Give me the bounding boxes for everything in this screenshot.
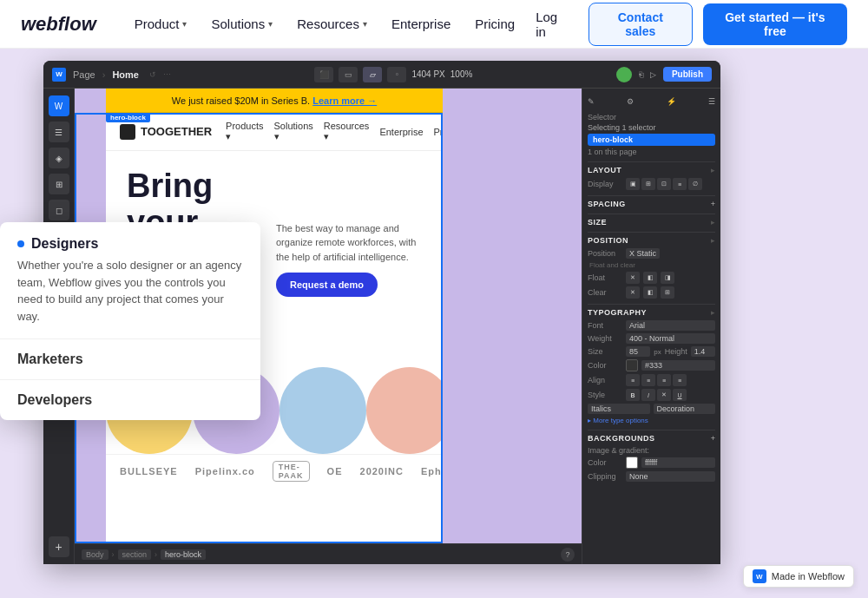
site-nav-enterprise[interactable]: Enterprise [379, 127, 423, 137]
tablet-icon[interactable]: ▭ [339, 67, 358, 82]
breadcrumb-hero[interactable]: hero-block [161, 549, 206, 560]
bg-color-swatch[interactable] [626, 457, 638, 469]
announcement-link[interactable]: Learn more → [312, 95, 377, 106]
contact-sales-button[interactable]: Contact sales [589, 3, 693, 46]
rs-clear-row: Clear ✕ ◧ ⊞ [588, 286, 715, 299]
nav-item-enterprise[interactable]: Enterprise [381, 11, 461, 36]
rs-color-value[interactable]: #333 [641, 360, 715, 371]
spacing-expand-icon[interactable]: + [711, 200, 715, 208]
grid-icon[interactable]: ⊡ [657, 178, 671, 190]
chevron-down-icon: ▾ [268, 19, 273, 29]
nav-logo[interactable]: webflow [21, 13, 96, 36]
publish-button[interactable]: Publish [663, 67, 712, 82]
rs-bgcolor-value[interactable]: ffffff [641, 457, 715, 468]
dots-icon[interactable]: ⋯ [163, 70, 171, 79]
login-button[interactable]: Log in [525, 4, 578, 44]
popup-developers-item[interactable]: Developers [0, 379, 260, 420]
rs-bgcolor-row: Color ffffff [588, 457, 715, 469]
cms-icon[interactable]: ⊞ [49, 174, 69, 194]
site-nav-resources[interactable]: Resources ▾ [324, 121, 370, 142]
size-expand-icon[interactable]: ▸ [711, 218, 715, 227]
font-color-swatch[interactable] [626, 359, 638, 371]
site-nav-pricing[interactable]: Pricing [434, 127, 443, 137]
refresh-icon[interactable]: ↺ [149, 70, 156, 79]
rs-extra-icon[interactable]: ☰ [708, 97, 715, 106]
site-nav-products[interactable]: Products ▾ [226, 121, 263, 142]
position-expand-icon[interactable]: ▸ [711, 236, 715, 245]
brand-pipelinx: Pipelinx.co [195, 466, 255, 476]
rs-height-value[interactable]: 1.4 [691, 346, 715, 357]
help-icon[interactable]: ? [561, 548, 575, 562]
rs-decoration-type[interactable]: Decoration [654, 404, 716, 414]
rs-font-value[interactable]: Arial [626, 320, 715, 331]
rs-selector-value[interactable]: hero-block [588, 134, 715, 146]
rs-position-value[interactable]: X Static [626, 248, 660, 259]
none-icon[interactable]: ∅ [688, 178, 702, 190]
flex-icon[interactable]: ⊞ [641, 178, 655, 190]
nav-item-pricing[interactable]: Pricing [464, 11, 525, 36]
editor-topbar: W Page › Home ↺ ⋯ ⬛ ▭ ▱ ▫ [43, 61, 720, 89]
popup-marketers-title: Marketers [17, 352, 243, 367]
popup-designers-item[interactable]: Designers Whether you're a solo designer… [0, 222, 260, 338]
backgrounds-add-icon[interactable]: + [711, 434, 715, 443]
announcement-text: We just raised $20M in Series B. [172, 95, 310, 106]
hero-cta-button[interactable]: Request a demo [276, 273, 378, 297]
rs-count-label: 1 on this page [588, 148, 715, 156]
nav-item-product[interactable]: Product ▾ [124, 11, 198, 36]
float-x-btn[interactable]: ✕ [626, 272, 640, 284]
pages-icon[interactable]: W [49, 95, 69, 116]
mobile-small-icon[interactable]: ▫ [387, 67, 406, 82]
rs-more-icon[interactable]: ⚡ [667, 97, 676, 106]
italic-icon[interactable]: I [641, 389, 655, 401]
typography-expand-icon[interactable]: ▸ [711, 308, 715, 317]
clear-left-btn[interactable]: ◧ [643, 286, 657, 299]
rs-align-row: Align ≡ ≡ ≡ ≡ [588, 374, 715, 386]
underline-icon[interactable]: U [673, 389, 687, 401]
align-right-icon[interactable]: ≡ [657, 374, 671, 386]
circle-pink [366, 367, 443, 454]
align-left-icon[interactable]: ≡ [626, 374, 640, 386]
rs-size-value[interactable]: 85 [626, 346, 650, 357]
popup-marketers-item[interactable]: Marketers [0, 338, 260, 379]
rs-weight-value[interactable]: 400 - Normal [626, 333, 715, 344]
assets-icon[interactable]: ◈ [49, 148, 69, 168]
brand-bullseye: BULLSEYE [120, 466, 178, 476]
bold-icon[interactable]: B [626, 389, 640, 401]
float-left-btn[interactable]: ◧ [643, 272, 657, 284]
nav-item-solutions[interactable]: Solutions ▾ [201, 11, 283, 36]
popup-item-desc: Whether you're a solo designer or an age… [17, 257, 243, 325]
inline-icon[interactable]: ≡ [673, 178, 687, 190]
float-right-btn[interactable]: ◨ [661, 272, 674, 284]
made-in-webflow-badge[interactable]: W Made in Webflow [743, 565, 854, 588]
rs-clipping-value[interactable]: None [626, 471, 715, 482]
nav-item-resources[interactable]: Resources ▾ [286, 11, 378, 36]
wf-badge-icon: W [753, 569, 766, 583]
align-center-icon[interactable]: ≡ [641, 374, 655, 386]
more-type-options[interactable]: ▸ More type options [588, 417, 715, 424]
rs-tools-icon[interactable]: ✎ [588, 97, 595, 106]
breadcrumb-body[interactable]: Body [82, 549, 108, 560]
add-icon[interactable]: + [49, 536, 69, 557]
breadcrumb-section[interactable]: section [118, 549, 152, 560]
rs-align-icons: ≡ ≡ ≡ ≡ [626, 374, 687, 386]
rs-color-row: Color #333 [588, 359, 715, 371]
preview-icon[interactable]: ▷ [650, 70, 656, 79]
share-icon[interactable]: ⎗ [639, 70, 643, 79]
desktop-icon[interactable]: ⬛ [314, 67, 333, 82]
clear-x-btn[interactable]: ✕ [626, 286, 640, 299]
rs-style-icons: B I ✕ U [626, 389, 687, 401]
block-icon[interactable]: ▣ [626, 178, 640, 190]
get-started-button[interactable]: Get started — it's free [703, 3, 847, 45]
mobile-icon[interactable]: ▱ [363, 67, 382, 82]
layout-expand-icon[interactable]: ▸ [711, 166, 715, 174]
hero-right: The best way to manage and organize remo… [276, 168, 422, 350]
site-nav-solutions[interactable]: Solutions ▾ [274, 121, 313, 142]
rs-italic-type[interactable]: Italics [588, 404, 650, 414]
ecommerce-icon[interactable]: ◻ [49, 200, 69, 220]
rs-settings-icon[interactable]: ⚙ [627, 97, 634, 106]
clear-both-btn[interactable]: ⊞ [661, 286, 674, 299]
align-justify-icon[interactable]: ≡ [673, 374, 687, 386]
navigator-icon[interactable]: ☰ [49, 122, 69, 142]
main-area: W Page › Home ↺ ⋯ ⬛ ▭ ▱ ▫ [0, 49, 868, 598]
strike-icon[interactable]: ✕ [657, 389, 671, 401]
